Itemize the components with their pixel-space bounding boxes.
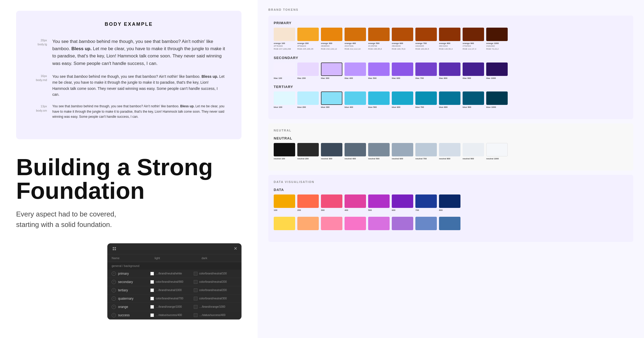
grid-icon[interactable] xyxy=(112,246,117,251)
color-chip: lilac 400 xyxy=(345,63,366,79)
color-swatch xyxy=(274,91,295,105)
color-chip: neutral 800 xyxy=(439,143,460,160)
body-example-card: BODY EXAMPLE 20pxbody.lg You see that ba… xyxy=(16,11,241,139)
dark-swatch xyxy=(194,297,197,300)
color-swatch xyxy=(345,143,366,156)
dark-card: ✕ Name light dark general / background p… xyxy=(107,243,241,319)
color-chip: orange 700 #A34005RGB 163,64,5 xyxy=(415,28,437,50)
color-swatch xyxy=(321,63,342,76)
color-chip: blue 700 xyxy=(415,91,437,108)
color-swatch xyxy=(297,143,319,156)
table-row[interactable]: quaternary color/brand/neutral/700 color… xyxy=(107,295,241,303)
color-chip xyxy=(321,217,342,231)
data-vis-row-2 xyxy=(274,217,628,231)
color-swatch xyxy=(345,91,366,105)
light-swatch xyxy=(150,313,154,317)
neutral-color-row: neutral 100 neutral 200 neutral 300 neut… xyxy=(274,143,628,160)
body-text-row-lg: 20pxbody.lg You see that bamboo behind m… xyxy=(32,38,225,67)
dark-swatch xyxy=(194,272,197,275)
color-chip: orange 400 #D4700ARGB 212,112,10 xyxy=(345,28,366,50)
color-chip: 300 xyxy=(321,194,342,211)
tertiary-color-row: blue 100 blue 200 blue 300 blue 400 xyxy=(274,91,628,108)
color-chip: orange 200 #F5A623RGB 245,166,35 xyxy=(297,28,319,50)
color-swatch xyxy=(486,28,508,41)
data-vis-row-1: 100 200 300 400 xyxy=(274,194,628,211)
primary-panel: PRIMARY orange 100 #F7E4D0RGB 247,228,20… xyxy=(268,16,633,119)
color-swatch xyxy=(297,63,319,76)
color-chip: neutral 600 xyxy=(392,143,413,160)
color-chip: neutral 1000 xyxy=(486,143,508,160)
color-swatch xyxy=(463,143,484,156)
color-chip: neutral 200 xyxy=(297,143,319,160)
dark-swatch xyxy=(194,288,197,292)
color-chip: lilac 800 xyxy=(439,63,460,79)
close-icon[interactable]: ✕ xyxy=(234,246,237,251)
color-swatch xyxy=(463,63,484,76)
svg-rect-2 xyxy=(113,249,114,250)
row-name-tertiary: tertiary xyxy=(118,288,150,292)
color-swatch xyxy=(321,91,342,105)
table-row[interactable]: orange …/brand/orange/1000 …/brand/orang… xyxy=(107,303,241,311)
color-swatch xyxy=(415,28,437,41)
color-swatch xyxy=(297,194,319,208)
brand-tokens-section: BRAND TOKENS PRIMARY orange 100 #F7E4D0R… xyxy=(268,8,633,242)
row-help-icon xyxy=(112,271,116,276)
color-chip xyxy=(297,217,319,231)
color-chip: blue 900 xyxy=(463,91,484,108)
primary-label: PRIMARY xyxy=(274,21,628,25)
color-chip: blue 1000 xyxy=(486,91,508,108)
color-swatch xyxy=(368,217,390,230)
color-chip: orange 900 #702504RGB 112,37,4 xyxy=(463,28,484,50)
color-chip: orange 500 #C45F08RGB 196,95,8 xyxy=(368,28,390,50)
color-swatch xyxy=(415,143,437,156)
color-chip: lilac 600 xyxy=(392,63,413,79)
color-swatch xyxy=(368,194,390,208)
color-swatch xyxy=(321,217,342,230)
dark-token-orange: …/brand/orange/1000 xyxy=(194,305,237,309)
color-swatch xyxy=(439,217,460,230)
table-row[interactable]: tertiary …/brand/neutral/1000 color/bran… xyxy=(107,286,241,295)
color-chip xyxy=(415,217,437,231)
color-chip: lilac 200 xyxy=(297,63,319,79)
color-chip xyxy=(439,217,460,231)
secondary-color-row: lilac 100 lilac 200 lilac 300 lilac 400 xyxy=(274,63,628,79)
color-chip: orange 800 #8C3204RGB 140,50,4 xyxy=(439,28,460,50)
color-chip: lilac 1000 xyxy=(486,63,508,79)
color-chip xyxy=(345,217,366,231)
color-chip: neutral 100 xyxy=(274,143,295,160)
color-swatch xyxy=(345,217,366,230)
color-chip: 200 xyxy=(297,194,319,211)
table-row[interactable]: success …/status/success/400 …/status/su… xyxy=(107,311,241,319)
svg-rect-1 xyxy=(115,247,116,248)
color-chip: lilac 100 xyxy=(274,63,295,79)
color-swatch xyxy=(463,28,484,41)
color-chip: 600 xyxy=(392,194,413,211)
dark-token-quaternary: color/brand/neutral/300 xyxy=(194,297,237,300)
data-label: DATA xyxy=(274,188,628,192)
body-label-md: 16pxbody.md xyxy=(32,74,47,82)
dark-section-label: general / background xyxy=(107,262,241,270)
light-token-success: …/status/success/400 xyxy=(150,313,194,317)
body-content-md: You see that bamboo behind me though, yo… xyxy=(52,74,225,98)
brand-tokens-label: BRAND TOKENS xyxy=(268,8,633,11)
light-token-primary: …/brand/neutral/white xyxy=(150,272,194,275)
row-help-icon xyxy=(112,296,116,301)
row-name-success: success xyxy=(118,313,150,317)
table-row[interactable]: primary …/brand/neutral/white color/bran… xyxy=(107,270,241,278)
dark-card-icons xyxy=(112,246,117,251)
color-chip: blue 500 xyxy=(368,91,390,108)
light-swatch xyxy=(150,297,154,300)
color-swatch xyxy=(392,28,413,41)
row-help-icon xyxy=(112,305,116,309)
color-chip: 800 xyxy=(439,194,460,211)
color-swatch xyxy=(415,63,437,76)
color-chip: blue 300 xyxy=(321,91,342,108)
color-chip: 700 xyxy=(415,194,437,211)
color-swatch xyxy=(439,194,460,208)
color-swatch xyxy=(297,91,319,105)
color-chip: 400 xyxy=(345,194,366,211)
table-row[interactable]: secondary color/brand/neutral/900 color/… xyxy=(107,278,241,286)
color-chip: orange 100 #F7E4D0RGB 247,228,208 xyxy=(274,28,295,50)
color-swatch xyxy=(368,143,390,156)
hero-title: Building a Strong Foundation xyxy=(16,155,241,203)
